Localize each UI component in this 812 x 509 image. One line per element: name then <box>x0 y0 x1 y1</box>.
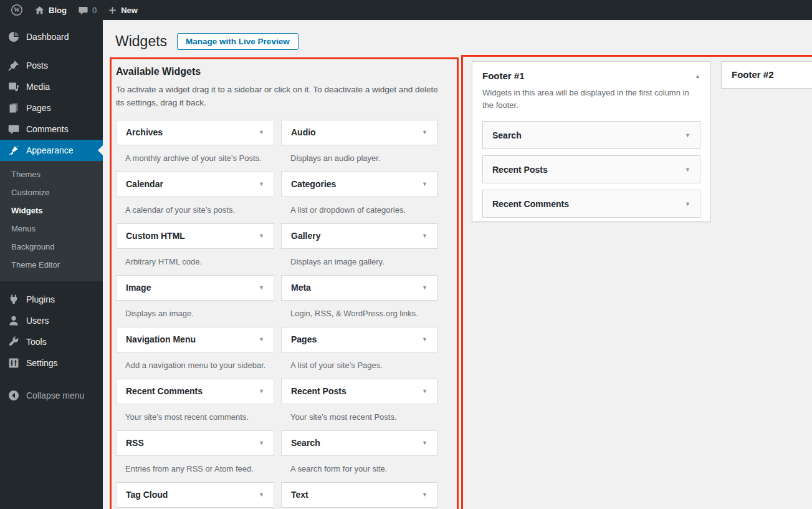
admin-bar-new-button[interactable]: New <box>102 0 143 20</box>
widget-cell: Recent Comments ▼ Your site’s most recen… <box>116 379 274 430</box>
widget-cell: Gallery ▼ Displays an image gallery. <box>281 223 437 275</box>
sidebar-item-settings[interactable]: Settings <box>0 352 103 374</box>
sidebar-item-media[interactable]: Media <box>0 76 103 97</box>
widget-description: A search form for your site. <box>290 464 437 473</box>
sidebar-item-label: Tools <box>26 337 47 347</box>
chevron-down-icon: ▼ <box>422 388 427 394</box>
widget-area-description: Widgets in this area will be displayed i… <box>482 87 702 112</box>
widget-description: Displays an image gallery. <box>290 257 437 266</box>
widget-title: Recent Posts <box>492 165 548 175</box>
widget-card-custom-html[interactable]: Custom HTML ▼ <box>116 223 274 249</box>
plus-icon <box>108 6 117 15</box>
widget-area-footer-2: Footer #2 <box>721 61 812 89</box>
widget-area-title: Footer #1 <box>482 70 525 81</box>
available-widgets-grid: Archives ▼ A monthly archive of your sit… <box>116 120 452 509</box>
widget-card-recent-posts[interactable]: Recent Posts ▼ <box>281 379 437 404</box>
submenu-item-background[interactable]: Background <box>0 238 103 256</box>
widget-title: Custom HTML <box>126 231 185 241</box>
chevron-up-icon[interactable]: ▲ <box>695 73 700 79</box>
widget-description: Your site’s most recent Posts. <box>290 412 437 422</box>
widget-cell: Categories ▼ A list or dropdown of categ… <box>281 172 437 223</box>
plug-icon <box>7 293 20 306</box>
admin-bar: W Blog 0 New <box>0 0 812 20</box>
widget-card-archives[interactable]: Archives ▼ <box>116 120 274 145</box>
paintbrush-icon <box>7 144 20 157</box>
page-title: Widgets <box>115 33 167 50</box>
wordpress-logo-menu[interactable]: W <box>5 0 29 20</box>
widget-card-audio[interactable]: Audio ▼ <box>281 120 437 145</box>
chevron-down-icon: ▼ <box>259 129 264 135</box>
sidebar-item-appearance[interactable]: Appearance <box>0 140 103 161</box>
available-widgets-description: To activate a widget drag it to a sideba… <box>116 84 444 110</box>
sidebar-item-comments[interactable]: Comments <box>0 119 103 140</box>
submenu-item-customize[interactable]: Customize <box>0 183 103 201</box>
widget-card-recent-comments[interactable]: Recent Comments ▼ <box>116 379 274 404</box>
area-widget-recent-posts[interactable]: Recent Posts ▼ <box>482 155 700 183</box>
widget-cell: Custom HTML ▼ Arbitrary HTML code. <box>116 223 274 275</box>
chevron-down-icon: ▼ <box>259 233 264 239</box>
collapse-menu-button[interactable]: Collapse menu <box>0 385 103 406</box>
widget-area-header[interactable]: Footer #2 <box>732 69 812 80</box>
widget-description: A calendar of your site’s posts. <box>125 205 274 215</box>
widget-card-pages[interactable]: Pages ▼ <box>281 327 437 352</box>
chevron-down-icon: ▼ <box>259 388 264 394</box>
widget-card-rss[interactable]: RSS ▼ <box>116 430 274 456</box>
widget-title: Pages <box>291 334 317 344</box>
submenu-item-theme-editor[interactable]: Theme Editor <box>0 256 103 274</box>
widget-card-text[interactable]: Text ▼ <box>281 482 437 508</box>
widget-title: Image <box>126 283 151 293</box>
admin-bar-site-link[interactable]: Blog <box>29 0 72 20</box>
widget-cell: Recent Posts ▼ Your site’s most recent P… <box>281 379 437 430</box>
sidebar-item-label: Media <box>26 82 50 92</box>
widget-card-image[interactable]: Image ▼ <box>116 275 274 301</box>
widget-card-gallery[interactable]: Gallery ▼ <box>281 223 437 249</box>
widget-area-footer-1: Footer #1 ▲ Widgets in this area will be… <box>472 61 711 222</box>
widget-title: RSS <box>126 438 144 448</box>
dashboard-icon <box>7 31 20 43</box>
chevron-down-icon: ▼ <box>259 492 264 498</box>
chevron-down-icon: ▼ <box>422 440 427 446</box>
widget-card-tag-cloud[interactable]: Tag Cloud ▼ <box>116 482 274 508</box>
sidebar-item-users[interactable]: Users <box>0 310 103 331</box>
manage-live-preview-button[interactable]: Manage with Live Preview <box>177 33 299 50</box>
sidebar-item-label: Comments <box>26 124 69 134</box>
widget-card-meta[interactable]: Meta ▼ <box>281 275 437 301</box>
comment-bubble-icon <box>78 5 88 16</box>
area-widget-recent-comments[interactable]: Recent Comments ▼ <box>482 190 700 218</box>
sidebar-item-label: Settings <box>26 358 58 368</box>
submenu-item-widgets[interactable]: Widgets <box>0 201 103 220</box>
page-header: Widgets Manage with Live Preview <box>115 33 299 50</box>
available-widgets-panel: Available Widgets To activate a widget d… <box>116 66 452 509</box>
widget-cell: Navigation Menu ▼ Add a navigation menu … <box>116 327 274 379</box>
widget-card-search[interactable]: Search ▼ <box>281 430 437 456</box>
sidebar-item-dashboard[interactable]: Dashboard <box>0 26 103 47</box>
sidebar-item-label: Appearance <box>26 145 74 155</box>
sidebar-item-tools[interactable]: Tools <box>0 331 103 352</box>
chevron-down-icon: ▼ <box>422 284 427 291</box>
sidebar-item-pages[interactable]: Pages <box>0 97 103 119</box>
sidebar-item-plugins[interactable]: Plugins <box>0 289 103 310</box>
chevron-down-icon: ▼ <box>685 167 690 173</box>
sidebar-item-label: Pages <box>26 103 51 113</box>
admin-bar-new-label: New <box>121 6 138 15</box>
home-icon <box>34 5 45 16</box>
sidebar-item-posts[interactable]: Posts <box>0 55 103 76</box>
widget-card-calendar[interactable]: Calendar ▼ <box>116 172 274 197</box>
widget-card-navigation-menu[interactable]: Navigation Menu ▼ <box>116 327 274 352</box>
admin-bar-comments[interactable]: 0 <box>72 0 102 20</box>
widget-area-header[interactable]: Footer #1 ▲ <box>482 70 700 81</box>
pages-icon <box>7 102 20 114</box>
submenu-item-themes[interactable]: Themes <box>0 165 103 183</box>
widget-card-categories[interactable]: Categories ▼ <box>281 172 437 197</box>
widget-area-list: Search ▼ Recent Posts ▼ Recent Comments … <box>482 121 700 218</box>
chevron-down-icon: ▼ <box>259 181 264 187</box>
widget-description: Add a navigation menu to your sidebar. <box>125 361 274 370</box>
area-widget-search[interactable]: Search ▼ <box>482 121 700 149</box>
widget-title: Recent Comments <box>492 199 569 209</box>
admin-bar-comments-count: 0 <box>92 6 97 15</box>
widget-title: Navigation Menu <box>126 334 196 344</box>
widget-title: Archives <box>126 127 163 137</box>
widget-title: Search <box>291 438 320 448</box>
submenu-item-menus[interactable]: Menus <box>0 220 103 238</box>
widget-title: Gallery <box>291 231 320 241</box>
